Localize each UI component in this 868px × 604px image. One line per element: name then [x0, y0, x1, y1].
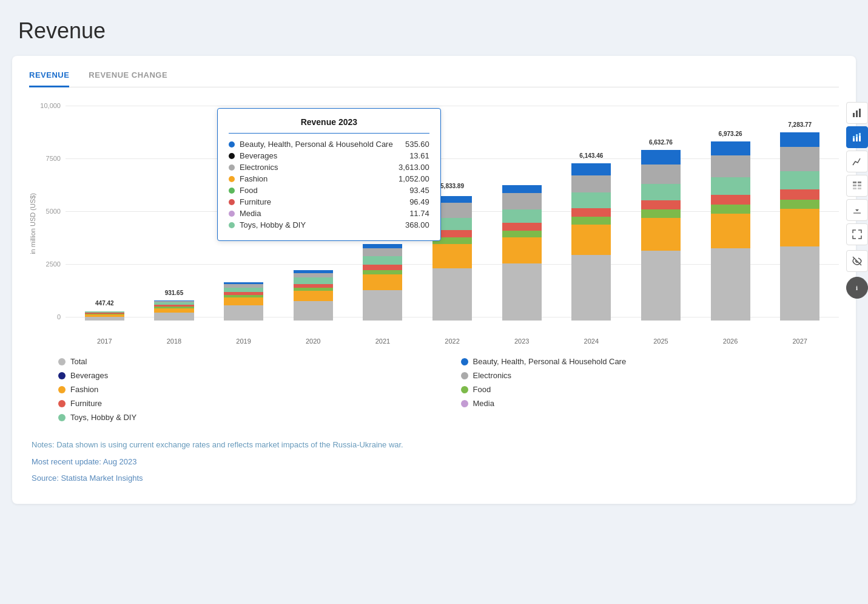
- legend-label: Total: [70, 357, 87, 366]
- bar-segment: [432, 268, 472, 321]
- bar-segment: [432, 244, 472, 268]
- bar-segment: [711, 214, 750, 249]
- legend-color-dot: [461, 372, 468, 379]
- bar-group[interactable]: 931.65: [141, 102, 207, 321]
- bar-segment: [780, 132, 819, 147]
- legend-color-dot: [461, 386, 468, 393]
- svg-rect-3: [853, 138, 855, 141]
- line-chart-button[interactable]: [846, 151, 868, 172]
- tooltip-item-value: 1,052.00: [393, 174, 429, 183]
- legend-label: Electronics: [473, 371, 512, 380]
- tab-revenue[interactable]: REVENUE: [29, 70, 69, 87]
- bar-stack: 6,973.26: [711, 141, 750, 321]
- bar-value-label: 7,283.77: [788, 121, 812, 128]
- svg-rect-6: [856, 134, 858, 137]
- bar-segment: [294, 273, 333, 277]
- legend-item: Food: [461, 385, 839, 394]
- bar-segment: [711, 141, 750, 155]
- bar-group[interactable]: 7,283.77: [767, 102, 833, 321]
- legend-color-dot: [461, 400, 468, 407]
- legend-color-dot: [58, 358, 66, 365]
- legend-item: Media: [461, 399, 839, 408]
- tooltip-item-label: Fashion: [240, 174, 267, 183]
- tooltip-item-value: 11.74: [393, 209, 429, 218]
- x-axis: 2017201820192020202120222023202420252026…: [66, 321, 839, 345]
- grid-label: 5000: [36, 208, 61, 215]
- bar-stack: [363, 244, 402, 321]
- tooltip-row: Furniture96.49: [229, 197, 429, 206]
- legend-label: Media: [473, 399, 494, 408]
- chart-area: in million USD (US$) 10,0007500500025000…: [29, 102, 839, 345]
- bar-segment: [711, 177, 750, 195]
- tooltip-row: Electronics3,613.00: [229, 163, 429, 172]
- bar-stack: 6,143.46: [571, 163, 611, 321]
- bar-value-label: 6,973.26: [719, 131, 742, 137]
- x-axis-label: 2022: [419, 338, 485, 345]
- tooltip-item-label: Beauty, Health, Personal & Household Car…: [240, 140, 393, 149]
- svg-rect-4: [853, 136, 855, 138]
- bar-segment: [641, 200, 681, 209]
- bar-group[interactable]: 6,632.76: [628, 102, 694, 321]
- tooltip-color-dot: [229, 188, 235, 194]
- bar-stack: 447.42: [85, 311, 124, 321]
- bar-segment: [154, 313, 193, 321]
- bar-chart-button[interactable]: [846, 102, 868, 124]
- x-axis-label: 2024: [558, 338, 624, 345]
- eye-off-button[interactable]: [846, 250, 868, 272]
- bars-wrapper: 447.42931.655,833.896,143.466,632.766,97…: [66, 102, 839, 321]
- tooltip-color-dot: [229, 211, 235, 217]
- legend-label: Beauty, Health, Personal & Household Car…: [473, 357, 627, 366]
- tooltip-row: Toys, Hobby & DIY368.00: [229, 220, 429, 229]
- legend-label: Fashion: [70, 385, 98, 394]
- legend: TotalBeauty, Health, Personal & Househol…: [29, 357, 839, 422]
- tooltip-row: Beauty, Health, Personal & Household Car…: [229, 140, 429, 149]
- x-axis-label: 2025: [628, 338, 694, 345]
- tooltip-color-dot: [229, 199, 235, 205]
- download-button[interactable]: [846, 199, 868, 221]
- bar-segment: [711, 155, 750, 177]
- bar-stack: 931.65: [154, 300, 193, 321]
- stacked-bar-button[interactable]: [846, 126, 868, 148]
- grid-label: 2500: [36, 260, 61, 268]
- legend-item: Electronics: [461, 371, 839, 380]
- tooltip-item-value: 13.61: [393, 151, 429, 160]
- table-button[interactable]: [846, 175, 868, 197]
- bar-group[interactable]: 6,973.26: [698, 102, 764, 321]
- legend-color-dot: [58, 414, 66, 421]
- grid-label: 10,000: [36, 102, 61, 109]
- bar-segment: [711, 248, 750, 321]
- bar-group[interactable]: [489, 102, 555, 321]
- bar-segment: [502, 231, 542, 238]
- legend-label: Toys, Hobby & DIY: [70, 413, 136, 422]
- svg-rect-1: [856, 110, 858, 117]
- bar-segment: [224, 297, 263, 305]
- bar-value-label: 447.42: [95, 300, 114, 307]
- bar-segment: [224, 305, 263, 321]
- bar-segment: [363, 256, 402, 265]
- bar-value-label: 6,632.76: [649, 139, 673, 146]
- bar-group[interactable]: 6,143.46: [558, 102, 624, 321]
- tooltip-item-value: 368.00: [393, 220, 429, 229]
- info-button[interactable]: i: [846, 277, 868, 299]
- bar-group[interactable]: 447.42: [72, 102, 138, 321]
- bar-segment: [571, 163, 611, 175]
- x-axis-label: 2019: [210, 338, 277, 345]
- bar-segment: [641, 150, 681, 164]
- svg-rect-0: [853, 113, 855, 117]
- side-toolbar: i: [846, 102, 868, 299]
- tooltip-color-dot: [229, 153, 235, 159]
- bar-segment: [224, 288, 263, 292]
- bar-segment: [641, 165, 681, 184]
- tooltip-item-label: Beverages: [240, 151, 277, 160]
- legend-color-dot: [58, 400, 66, 407]
- tab-revenue-change[interactable]: REVENUE CHANGE: [89, 70, 167, 87]
- tooltip-title: Revenue 2023: [229, 117, 429, 134]
- tabs-container: REVENUE REVENUE CHANGE: [29, 70, 839, 87]
- bar-segment: [780, 189, 819, 200]
- svg-text:i: i: [856, 284, 858, 291]
- bar-segment: [363, 274, 402, 290]
- x-axis-label: 2023: [489, 338, 555, 345]
- legend-item: Total: [58, 357, 437, 366]
- expand-button[interactable]: [846, 223, 868, 245]
- bar-segment: [571, 208, 611, 217]
